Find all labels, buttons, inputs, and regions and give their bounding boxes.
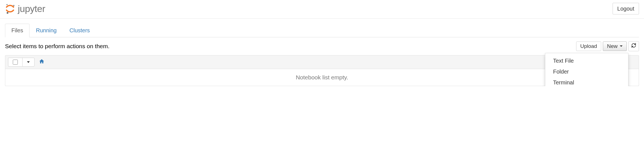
- select-all-checkbox[interactable]: [13, 60, 18, 65]
- brand-logo[interactable]: jupyter: [5, 3, 45, 14]
- new-button-label: New: [607, 43, 618, 50]
- svg-point-0: [6, 4, 8, 5]
- empty-message: Notebook list empty.: [296, 74, 348, 80]
- new-button[interactable]: New: [603, 42, 627, 51]
- upload-button[interactable]: Upload: [576, 42, 601, 51]
- tabs-bar: Files Running Clusters: [5, 24, 639, 37]
- brand-text: jupyter: [18, 3, 45, 14]
- caret-down-icon: [27, 61, 30, 63]
- menu-item-folder[interactable]: Folder: [545, 66, 628, 77]
- refresh-button[interactable]: [628, 41, 639, 51]
- svg-point-2: [7, 12, 8, 14]
- select-all-group: [8, 58, 34, 67]
- tab-files[interactable]: Files: [5, 24, 29, 37]
- tab-running[interactable]: Running: [29, 24, 63, 37]
- refresh-icon: [631, 43, 636, 50]
- file-list-body: Notebook list empty.: [5, 69, 639, 86]
- toolbar-actions: Upload New Text File Folder Ter: [576, 41, 639, 51]
- toolbar-hint: Select items to perform actions on them.: [5, 43, 110, 50]
- home-icon: [39, 58, 44, 64]
- caret-down-icon: [620, 45, 623, 47]
- jupyter-icon: [5, 4, 15, 14]
- menu-item-text-file[interactable]: Text File: [545, 55, 628, 66]
- logout-button[interactable]: Logout: [613, 3, 639, 14]
- toolbar: Select items to perform actions on them.…: [5, 37, 639, 55]
- menu-item-terminal[interactable]: Terminal: [545, 77, 628, 86]
- tab-clusters[interactable]: Clusters: [63, 24, 96, 37]
- breadcrumb-home[interactable]: [39, 58, 44, 65]
- app-header: jupyter Logout: [0, 0, 644, 19]
- main-container: Files Running Clusters Select items to p…: [0, 24, 644, 86]
- file-list-header: [5, 55, 639, 69]
- new-dropdown-menu: Text File Folder Terminal Notebooks Pyth…: [545, 53, 628, 86]
- select-menu-toggle[interactable]: [23, 58, 34, 66]
- select-all-checkbox-wrap[interactable]: [8, 58, 23, 66]
